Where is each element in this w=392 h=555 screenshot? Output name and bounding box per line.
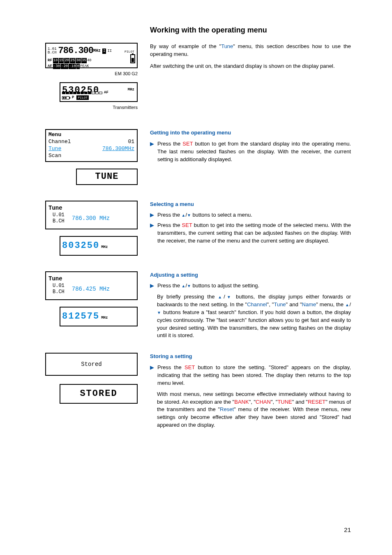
transmitter-display: 530250 MHz AF P PILOT	[60, 82, 138, 102]
stored-display: Stored	[45, 353, 138, 376]
bullet-arrow-icon: ▶	[150, 222, 154, 245]
seg-display-1: 803250 MHz	[60, 236, 138, 256]
section-title-storing: Storing a setting	[150, 353, 351, 361]
section-title-adjusting: Adjusting a setting	[150, 271, 351, 279]
tune-word-display: TUNE	[76, 169, 138, 185]
section-title-getting-into: Getting into the operating menu	[150, 129, 351, 137]
bullet-arrow-icon: ▶	[150, 140, 154, 164]
section-title-selecting: Selecting a menu	[150, 201, 351, 208]
adjusting-body: By briefly pressing the ▲/▼ buttons, the…	[157, 293, 351, 340]
step-item: ▶ Press the ▲/▼ buttons to select a menu…	[150, 211, 351, 219]
seg-display-2: 812575 MHz	[60, 307, 138, 326]
step-item: ▶ Press the SET button to get into the s…	[150, 222, 351, 245]
tune-display-2: Tune U.01B.CH 786.425 MHz	[45, 271, 138, 300]
receiver-caption: EM 300 G2	[45, 71, 138, 77]
step-item: ▶ Press the SET button to store the sett…	[150, 364, 351, 387]
bullet-arrow-icon: ▶	[150, 282, 154, 290]
bullet-arrow-icon: ▶	[150, 364, 154, 387]
storing-body: With most menus, new settings become eff…	[157, 391, 351, 429]
bullet-arrow-icon: ▶	[150, 211, 154, 219]
tune-display-1: Tune U.01B.CH 786.300 MHz	[45, 201, 138, 229]
intro-paragraph-2: After switching the unit on, the standar…	[150, 62, 351, 70]
page-title: Working with the operating menu	[150, 25, 351, 35]
transmitter-caption: Transmitters	[45, 104, 138, 111]
stored-seg-display: STORED	[60, 384, 138, 404]
menu-display: Menu Channel01 Tune786.300MHz Scan	[45, 129, 138, 162]
page-number: 21	[344, 525, 351, 534]
receiver-display: 1.01 B.CH 786.300 MHz III PILOT RF 10152…	[45, 43, 138, 68]
intro-paragraph-1: By way of example of the "Tune" menu, th…	[150, 43, 351, 58]
step-item: ▶ Press the ▲/▼ buttons to adjust the se…	[150, 282, 351, 290]
step-item: ▶ Press the SET button to get from the s…	[150, 140, 351, 164]
